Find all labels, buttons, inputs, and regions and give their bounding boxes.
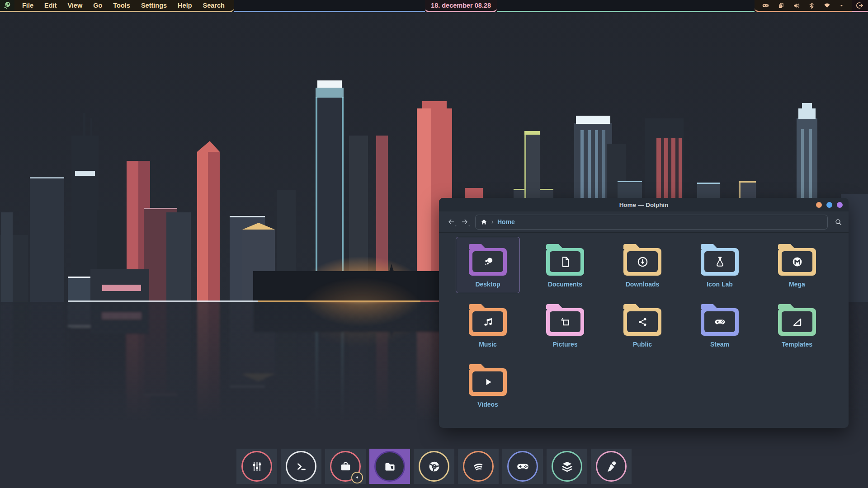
play-icon <box>482 376 494 388</box>
folder-icon <box>469 248 507 276</box>
folder-item-steam[interactable]: Steam <box>688 297 752 353</box>
folder-item-downloads[interactable]: Downloads <box>610 237 675 293</box>
mega-icon <box>791 256 803 268</box>
top-panel: File Edit View Go Tools Settings Help Se… <box>0 0 868 12</box>
folder-item-templates[interactable]: Templates <box>765 297 829 353</box>
panel-spacer-right <box>497 0 755 12</box>
menu-help[interactable]: Help <box>173 2 197 9</box>
breadcrumb-chevron-icon <box>489 219 496 225</box>
dock-item-app-store[interactable] <box>325 449 366 484</box>
dock-item-settings-sliders[interactable] <box>236 449 277 484</box>
controller-icon[interactable] <box>762 2 769 9</box>
menu-settings[interactable]: Settings <box>136 2 172 9</box>
dock-ring <box>286 451 316 482</box>
dock-ring <box>330 451 361 482</box>
folder-item-music[interactable]: Music <box>456 297 520 353</box>
navigation-toolbar: Home <box>439 211 849 233</box>
spotify-icon <box>472 460 486 474</box>
menu-go[interactable]: Go <box>88 2 107 9</box>
panel-spacer-left <box>234 0 425 12</box>
back-button[interactable] <box>444 215 458 229</box>
folder-item-documents[interactable]: Documents <box>533 237 597 293</box>
window-controls <box>816 198 843 211</box>
caret-down-icon <box>454 224 458 228</box>
menu-view[interactable]: View <box>62 2 87 9</box>
folder-item-pictures[interactable]: Pictures <box>533 297 597 353</box>
folder-icon <box>546 308 584 336</box>
photo-frames-icon <box>559 316 571 328</box>
folder-label: Downloads <box>626 281 660 288</box>
folder-icon <box>701 308 739 336</box>
dock-item-steam[interactable] <box>502 449 543 484</box>
search-icon <box>834 218 843 226</box>
home-icon[interactable] <box>480 218 488 226</box>
window-button-minimize[interactable] <box>816 202 822 208</box>
volume-icon[interactable] <box>793 2 800 9</box>
dock-item-layers[interactable] <box>547 449 587 484</box>
folder-icon <box>469 368 507 396</box>
folder-icon <box>623 308 661 336</box>
breadcrumb-home[interactable]: Home <box>497 218 515 225</box>
folder-item-icon-lab[interactable]: Icon Lab <box>688 237 752 293</box>
menu-tools[interactable]: Tools <box>108 2 135 9</box>
dock-ring <box>507 451 538 482</box>
download-circle-icon <box>637 256 649 268</box>
dolphin-window: Home — Dolphin Home <box>439 198 849 428</box>
system-tray <box>755 0 852 12</box>
dock-ring <box>463 451 494 482</box>
search-button[interactable] <box>828 218 849 226</box>
dock-ring <box>241 451 272 482</box>
menu-edit[interactable]: Edit <box>39 2 61 9</box>
launcher-button[interactable] <box>0 0 14 12</box>
dock-item-file-manager[interactable] <box>369 449 410 484</box>
share-icon <box>637 316 649 328</box>
folder-item-mega[interactable]: Mega <box>765 237 829 293</box>
dock-item-spotify[interactable] <box>458 449 499 484</box>
gamepad-icon <box>516 460 530 474</box>
dock-item-color-picker[interactable] <box>591 449 632 484</box>
flask-icon <box>714 256 726 268</box>
layers-icon <box>560 460 574 474</box>
download-badge <box>351 472 363 483</box>
terminal-icon <box>294 460 308 474</box>
bluetooth-icon[interactable] <box>808 2 816 9</box>
eyedropper-icon <box>604 460 618 474</box>
folder-icon <box>383 460 397 474</box>
distro-logo-icon <box>3 1 12 10</box>
window-button-maximize[interactable] <box>826 202 832 208</box>
document-icon <box>559 256 571 268</box>
folder-icon <box>623 248 661 276</box>
folder-label: Videos <box>477 401 498 408</box>
dock-ring <box>552 451 582 482</box>
folder-label: Public <box>633 341 652 348</box>
dock-item-terminal[interactable] <box>281 449 321 484</box>
menu-file[interactable]: File <box>17 2 38 9</box>
folder-label: Icon Lab <box>707 281 733 288</box>
briefcase-icon <box>339 460 353 474</box>
folder-item-desktop[interactable]: Desktop <box>456 237 520 293</box>
folder-icon <box>701 248 739 276</box>
folder-icon <box>778 248 816 276</box>
network-icon[interactable] <box>823 2 831 9</box>
down-arrow-icon <box>354 474 360 481</box>
chrome-icon <box>427 460 441 474</box>
titlebar[interactable]: Home — Dolphin <box>439 198 849 211</box>
logout-button[interactable] <box>852 0 868 12</box>
desktop: File Edit View Go Tools Settings Help Se… <box>0 0 868 488</box>
menu-search[interactable]: Search <box>198 2 230 9</box>
dock <box>236 449 632 484</box>
clipboard-icon[interactable] <box>777 2 785 9</box>
dock-item-chrome[interactable] <box>414 449 454 484</box>
clock-widget[interactable]: 18. december 08.28 <box>425 0 497 12</box>
music-note-icon <box>482 316 494 328</box>
logout-icon <box>856 1 864 9</box>
folder-item-public[interactable]: Public <box>610 297 675 353</box>
window-button-close[interactable] <box>837 202 843 208</box>
global-menu: File Edit View Go Tools Settings Help Se… <box>14 0 234 12</box>
folder-item-videos[interactable]: Videos <box>456 357 520 413</box>
forward-button[interactable] <box>458 215 472 229</box>
folder-label: Steam <box>710 341 729 348</box>
folder-label: Mega <box>789 281 805 288</box>
location-bar[interactable]: Home <box>475 215 828 230</box>
dropdown-caret-icon[interactable] <box>839 3 844 9</box>
